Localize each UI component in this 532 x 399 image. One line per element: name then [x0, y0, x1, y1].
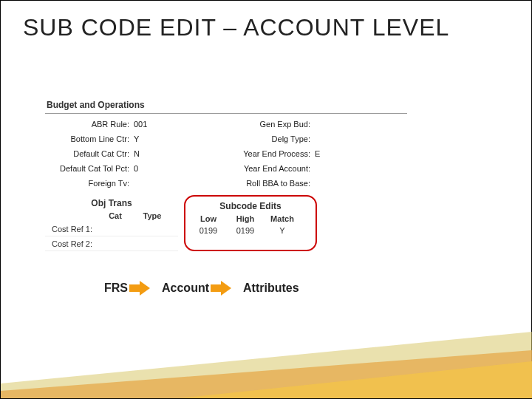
svg-marker-1 — [1, 350, 532, 398]
field-label: Foreign Tv: — [45, 179, 134, 188]
col-header-cat: Cat — [97, 210, 134, 222]
field-label: Bottom Line Ctr: — [45, 134, 134, 143]
field-label: Year End Process: — [226, 149, 315, 158]
left-column: ABR Rule:001 Bottom Line Ctr:Y Default C… — [45, 117, 226, 191]
budget-ops-panel: Budget and Operations ABR Rule:001 Botto… — [45, 97, 407, 251]
cost-ref-2-label: Cost Ref 2: — [45, 239, 97, 248]
svg-marker-2 — [178, 361, 532, 398]
col-header-high: High — [227, 213, 264, 225]
breadcrumb-item: FRS — [104, 282, 128, 295]
field-value: Y — [134, 134, 156, 143]
field-label: ABR Rule: — [45, 120, 134, 129]
field-label: Default Cat Ctr: — [45, 149, 134, 158]
col-header-type: Type — [134, 210, 171, 222]
field-label: Delg Type: — [226, 134, 315, 143]
field-value: 0 — [134, 164, 156, 173]
field-value: N — [134, 149, 156, 158]
subcode-edits-title: Subcode Edits — [190, 198, 311, 213]
subcode-match-value: Y — [264, 226, 301, 235]
right-column: Gen Exp Bud: Delg Type: Year End Process… — [226, 117, 407, 191]
breadcrumb-item: Attributes — [243, 282, 299, 295]
decorative-wedge — [1, 332, 532, 398]
svg-marker-0 — [1, 332, 532, 398]
subcode-high-value: 0199 — [227, 226, 264, 235]
section-header: Budget and Operations — [45, 97, 407, 114]
obj-trans-group: Obj Trans Cat Type Cost Ref 1: Cost Ref … — [45, 195, 178, 251]
page-title: SUB CODE EDIT – ACCOUNT LEVEL — [23, 14, 449, 41]
subcode-low-value: 0199 — [190, 226, 227, 235]
field-label: Year End Account: — [226, 164, 315, 173]
col-header-low: Low — [190, 213, 227, 225]
breadcrumb: FRS Account Attributes — [104, 282, 299, 295]
breadcrumb-item: Account — [162, 282, 209, 295]
field-label: Default Cat Tol Pct: — [45, 164, 134, 173]
field-label: Roll BBA to Base: — [226, 179, 315, 188]
subcode-edits-group: Subcode Edits Low High Match 0199 0199 Y — [184, 195, 317, 251]
field-value: 001 — [134, 120, 156, 129]
col-header-match: Match — [264, 213, 301, 225]
cost-ref-1-label: Cost Ref 1: — [45, 225, 97, 233]
field-value: E — [315, 149, 337, 158]
obj-trans-title: Obj Trans — [45, 195, 178, 210]
field-label: Gen Exp Bud: — [226, 120, 315, 129]
